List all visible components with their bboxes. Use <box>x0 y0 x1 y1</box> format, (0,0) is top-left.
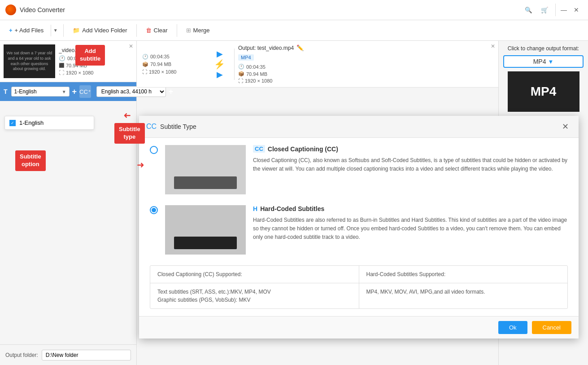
cancel-button[interactable]: Cancel <box>532 321 571 334</box>
hard-option-label: Hard-Coded Subtitles <box>260 205 324 212</box>
minimize-button[interactable]: — <box>558 4 570 16</box>
format-selector[interactable]: MP4 ▼ <box>503 55 584 68</box>
subtitle-toolbar: T 1-English ▼ + CC⁺ English ac3, 44100 h… <box>0 82 136 101</box>
clear-button[interactable]: 🗑 Clear <box>140 24 173 36</box>
merge-icon: ⊞ <box>186 27 191 34</box>
search-button[interactable]: 🔍 <box>521 3 536 17</box>
toolbar-sep-2 <box>136 24 137 37</box>
modal-cc-icon: CC <box>146 123 157 131</box>
out-size-icon: 📦 <box>238 71 244 77</box>
output-stats: 🕐 00:04:35 📦 70.94 MB ⛶ 1920 × 1080 <box>238 64 493 84</box>
subtitle-dropdown-item[interactable]: ✓ 1-English <box>5 116 94 129</box>
annotation-subtitle-option: Subtitle option <box>15 150 46 171</box>
cc-subtitle-bar <box>174 176 237 189</box>
support-table-row-1: Text subtitles (SRT, ASS, etc.):MKV, MP4… <box>150 283 567 308</box>
hard-description: Hard-Coded Subtitles are also referred t… <box>253 216 568 242</box>
subtitle-dropdown: ✓ 1-English <box>4 116 94 130</box>
output-folder-input[interactable] <box>42 350 131 361</box>
output-left: 🕐 00:04:35 📦 70.94 MB ⛶ 1920 × 1080 ▶ <box>142 44 493 84</box>
toolbar: + + Add Files ▼ 📁 Add Video Folder 🗑 Cle… <box>0 20 588 41</box>
close-output-button[interactable]: ✕ <box>489 43 497 50</box>
cc-content: CC Closed Captioning (CC) Closed Caption… <box>165 145 568 194</box>
text-icon: T <box>4 88 8 95</box>
clock-icon-1: 🕐 <box>59 55 65 62</box>
annotation-subtitle-type: Subtitle type <box>114 123 145 144</box>
title-bar: Video Converter 🔍 🛒 — ✕ <box>0 0 588 20</box>
src-size-val: 70.94 MB <box>150 62 171 67</box>
close-button[interactable]: ✕ <box>570 4 583 16</box>
bottom-bar: Output folder: <box>0 344 136 365</box>
output-name-label: Output: test_video.mp4 <box>238 45 294 51</box>
ok-button[interactable]: Ok <box>498 321 527 334</box>
out-res: 1920 × 1080 <box>245 78 272 84</box>
format-dropdown-arrow: ▼ <box>548 58 553 65</box>
mp4-preview: MP4 <box>508 71 579 112</box>
output-folder-label: Output folder: <box>5 352 38 358</box>
output-format-row: MP4 <box>238 54 493 61</box>
add-files-plus-icon: + <box>9 27 13 34</box>
size-icon-1: ⬛ <box>59 63 64 68</box>
cc-row1-text: Text subtitles (SRT, ASS, etc.):MKV, MP4… <box>157 288 352 296</box>
modal-close-button[interactable]: ✕ <box>559 120 571 133</box>
close-file-button[interactable]: ✕ <box>127 43 135 50</box>
format-name: MP4 <box>533 58 546 65</box>
output-edit-icon[interactable]: ✏️ <box>296 44 304 51</box>
support-hard-row1: MP4, MKV, MOV, AVI, MPG,and all video fo… <box>359 283 568 308</box>
cart-button[interactable]: 🛒 <box>537 3 552 17</box>
cc-description: Closed Captioning (CC), also known as So… <box>253 156 568 173</box>
subtitle-type-modal: CC Subtitle Type ✕ CC Closed Captioning … <box>139 116 579 339</box>
add-files-button[interactable]: + + Add Files <box>4 24 49 36</box>
src-size-icon: 📦 <box>142 62 148 67</box>
format-panel-title: Click to change output format: <box>508 45 579 52</box>
add-subtitle-button[interactable]: + <box>72 85 77 98</box>
hard-image <box>165 205 246 255</box>
arrow-right-icon-2: ▶ <box>217 70 223 79</box>
hard-content: H Hard-Coded Subtitles Hard-Coded Subtit… <box>165 205 568 255</box>
add-video-folder-label: Add Video Folder <box>82 27 127 34</box>
add-files-label: + Add Files <box>15 27 44 34</box>
out-duration: 00:04:35 <box>246 64 266 70</box>
file-row: We sat down a 7 year old and a 64 year o… <box>0 41 136 82</box>
file-resolution: 1920 × 1080 <box>66 70 93 75</box>
cc-title-row: CC Closed Captioning (CC) <box>253 145 568 153</box>
file-thumbnail: We sat down a 7 year old and a 64 year o… <box>4 44 55 78</box>
output-format-badge: MP4 <box>238 54 254 61</box>
thumbnail-text: We sat down a 7 year old and a 64 year o… <box>4 49 55 74</box>
add-files-dropdown[interactable]: ▼ <box>51 25 60 36</box>
output-info: Output: test_video.mp4 ✏️ MP4 🕐 00:04:35… <box>238 44 493 84</box>
subtitle-type-button[interactable]: CC⁺ <box>79 85 91 98</box>
modal-title: Subtitle Type <box>160 123 559 130</box>
folder-icon: 📁 <box>73 27 80 34</box>
subtitle-track-select[interactable]: 1-English ▼ <box>11 87 70 97</box>
left-panel: We sat down a 7 year old and a 64 year o… <box>0 41 137 365</box>
subtitle-track-label: 1-English <box>14 88 37 95</box>
clear-label: Clear <box>154 27 168 34</box>
out-res-row: ⛶ 1920 × 1080 <box>238 78 493 84</box>
out-size: 70.94 MB <box>246 71 267 77</box>
app-icon <box>5 4 16 15</box>
src-res-icon: ⛶ <box>142 69 147 75</box>
app-title: Video Converter <box>20 6 521 13</box>
cc-row2-text: Graphic subtitles (PGS, VobSub): MKV <box>157 296 352 304</box>
add-video-folder-button[interactable]: 📁 Add Video Folder <box>67 24 132 36</box>
src-res-val: 1920 × 1080 <box>149 69 176 75</box>
file-resolution-row: ⛶ 1920 × 1080 <box>59 70 133 76</box>
modal-footer: Ok Cancel <box>139 316 579 339</box>
cc-badge-icon: CC <box>253 145 265 153</box>
support-table-header: Closed Captioning (CC) Supported: Hard-C… <box>150 266 567 283</box>
out-clock-icon: 🕐 <box>238 64 244 70</box>
radio-hard[interactable] <box>150 206 158 214</box>
h-badge-icon: H <box>253 205 257 212</box>
radio-cc[interactable] <box>150 146 158 154</box>
output-label-row: Output: test_video.mp4 ✏️ <box>238 44 493 51</box>
source-mini-info: 🕐 00:04:35 📦 70.94 MB ⛶ 1920 × 1080 <box>142 54 205 75</box>
toolbar-sep-3 <box>177 24 177 37</box>
toolbar-sep-1 <box>63 24 64 37</box>
merge-button[interactable]: ⊞ Merge <box>181 24 215 36</box>
cc-image <box>165 145 246 194</box>
mp4-label: MP4 <box>531 84 557 99</box>
subtitle-option-label: 1-English <box>19 119 44 126</box>
res-icon-1: ⛶ <box>59 70 64 76</box>
src-res: ⛶ 1920 × 1080 <box>142 69 205 75</box>
modal-header: CC Subtitle Type ✕ <box>139 116 579 138</box>
